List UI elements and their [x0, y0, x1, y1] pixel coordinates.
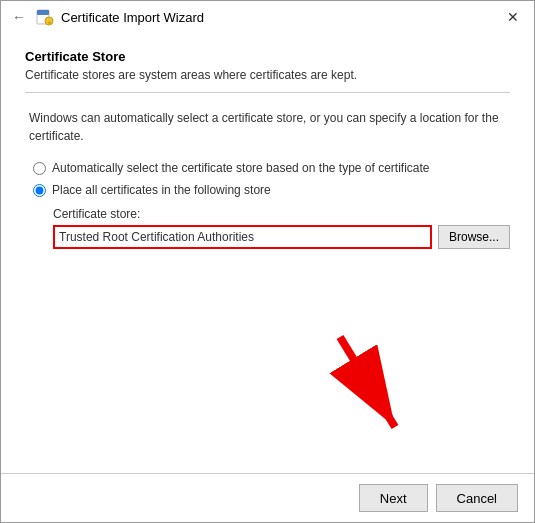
section-title: Certificate Store [25, 49, 510, 64]
radio-manual[interactable] [33, 184, 46, 197]
store-label: Certificate store: [53, 207, 510, 221]
arrow-area [25, 249, 510, 457]
radio-auto-item[interactable]: Automatically select the certificate sto… [33, 161, 510, 175]
footer: Next Cancel [1, 473, 534, 522]
radio-auto[interactable] [33, 162, 46, 175]
arrow-indicator [320, 327, 420, 447]
store-input[interactable] [53, 225, 432, 249]
svg-rect-1 [37, 10, 49, 15]
radio-manual-item[interactable]: Place all certificates in the following … [33, 183, 510, 197]
browse-button[interactable]: Browse... [438, 225, 510, 249]
svg-line-5 [340, 337, 395, 427]
title-bar-controls: ✕ [500, 4, 526, 30]
certificate-icon: ★ [35, 7, 55, 27]
store-section: Certificate store: Browse... [53, 207, 510, 249]
content-area: Certificate Store Certificate stores are… [1, 33, 534, 473]
radio-manual-label: Place all certificates in the following … [52, 183, 271, 197]
title-bar: ← ★ Certificate Import Wizard ✕ [1, 1, 534, 33]
svg-text:★: ★ [47, 20, 52, 26]
title-bar-left: ← ★ Certificate Import Wizard [9, 7, 500, 27]
close-button[interactable]: ✕ [500, 4, 526, 30]
certificate-import-wizard-window: ← ★ Certificate Import Wizard ✕ Certific… [0, 0, 535, 523]
store-input-row: Browse... [53, 225, 510, 249]
radio-group: Automatically select the certificate sto… [33, 161, 510, 197]
section-description: Certificate stores are system areas wher… [25, 68, 510, 82]
next-button[interactable]: Next [359, 484, 428, 512]
info-text: Windows can automatically select a certi… [25, 109, 510, 145]
window-title: Certificate Import Wizard [61, 10, 204, 25]
back-button[interactable]: ← [9, 7, 29, 27]
radio-auto-label: Automatically select the certificate sto… [52, 161, 430, 175]
cancel-button[interactable]: Cancel [436, 484, 518, 512]
section-divider [25, 92, 510, 93]
